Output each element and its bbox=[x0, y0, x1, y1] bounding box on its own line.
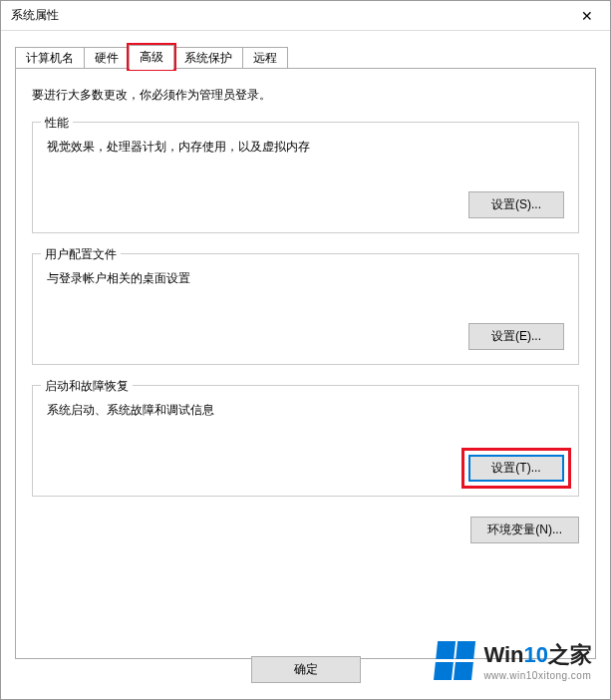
performance-settings-button[interactable]: 设置(S)... bbox=[468, 191, 564, 218]
group-user-profiles-desc: 与登录帐户相关的桌面设置 bbox=[47, 270, 564, 287]
group-performance: 性能 视觉效果，处理器计划，内存使用，以及虚拟内存 设置(S)... bbox=[32, 122, 579, 233]
env-vars-row: 环境变量(N)... bbox=[32, 517, 579, 543]
tab-panel-advanced: 要进行大多数更改，你必须作为管理员登录。 性能 视觉效果，处理器计划，内存使用，… bbox=[15, 69, 596, 659]
window-title: 系统属性 bbox=[11, 7, 59, 24]
user-profiles-settings-button[interactable]: 设置(E)... bbox=[468, 323, 564, 350]
tab-hardware[interactable]: 硬件 bbox=[84, 47, 130, 69]
group-user-profiles-title: 用户配置文件 bbox=[41, 246, 121, 263]
startup-recovery-settings-button[interactable]: 设置(T)... bbox=[468, 455, 564, 482]
tab-advanced[interactable]: 高级 bbox=[129, 45, 174, 69]
tab-container: 计算机名 硬件 高级 系统保护 远程 要进行大多数更改，你必须作为管理员登录。 … bbox=[1, 31, 610, 659]
tab-computer-name[interactable]: 计算机名 bbox=[15, 47, 85, 69]
environment-variables-button[interactable]: 环境变量(N)... bbox=[470, 517, 579, 543]
group-startup-recovery-title: 启动和故障恢复 bbox=[41, 378, 133, 395]
tab-remote[interactable]: 远程 bbox=[242, 47, 288, 69]
group-user-profiles: 用户配置文件 与登录帐户相关的桌面设置 设置(E)... bbox=[32, 253, 579, 365]
group-startup-recovery: 启动和故障恢复 系统启动、系统故障和调试信息 设置(T)... bbox=[32, 385, 579, 497]
group-performance-title: 性能 bbox=[41, 115, 73, 132]
intro-text: 要进行大多数更改，你必须作为管理员登录。 bbox=[32, 87, 579, 104]
ok-button[interactable]: 确定 bbox=[251, 656, 361, 683]
dialog-buttons: 确定 bbox=[1, 656, 610, 683]
tab-system-protection[interactable]: 系统保护 bbox=[173, 47, 243, 69]
group-startup-recovery-desc: 系统启动、系统故障和调试信息 bbox=[47, 402, 564, 419]
close-icon: ✕ bbox=[581, 8, 593, 24]
titlebar: 系统属性 ✕ bbox=[1, 1, 610, 31]
tab-strip: 计算机名 硬件 高级 系统保护 远程 bbox=[15, 45, 596, 69]
group-performance-desc: 视觉效果，处理器计划，内存使用，以及虚拟内存 bbox=[47, 139, 564, 156]
close-button[interactable]: ✕ bbox=[564, 1, 610, 31]
